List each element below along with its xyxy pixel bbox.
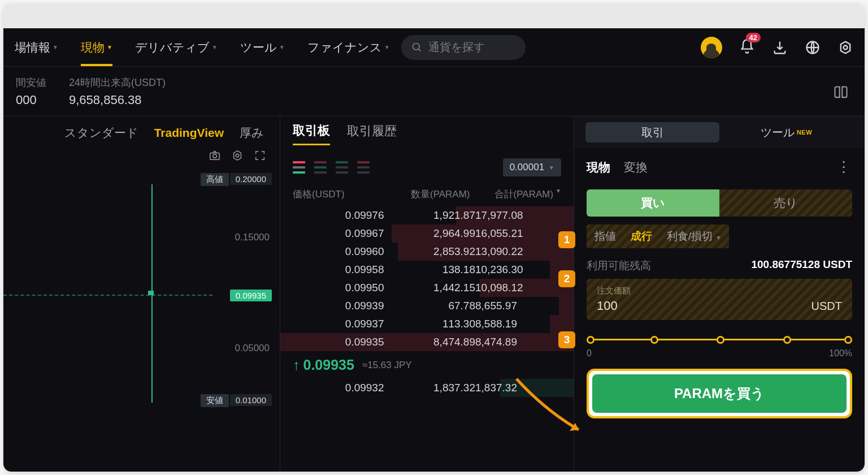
y-tick: 0.05000: [235, 343, 270, 354]
ob-row[interactable]: 0.099761,921.8717,977.08: [280, 206, 574, 224]
stats-row: 間安値 000 24時間出来高(USDT) 9,658,856.38: [3, 67, 865, 116]
sub-tab-convert[interactable]: 変換: [624, 159, 648, 175]
nav-label: 場情報: [15, 40, 50, 55]
avatar[interactable]: [701, 37, 722, 58]
top-nav: 場情報▼ 現物▼ デリバティブ▼ ツール▼ ファイナンス▼ 通貨を探す 42: [3, 28, 865, 67]
mid-price-fiat: ≈15.63 JPY: [362, 360, 412, 371]
ob-mode-bids[interactable]: [336, 161, 348, 174]
ob-row[interactable]: 0.099672,964.9916,055.21: [280, 224, 574, 243]
chart-tab-depth[interactable]: 厚み: [240, 125, 264, 141]
nav-label: デリバティブ: [135, 40, 210, 55]
stat-label: 24時間出来高(USDT): [69, 76, 166, 89]
chart-tab-tradingview[interactable]: TradingView: [154, 126, 224, 140]
stat-label: 間安値: [16, 76, 46, 89]
balance-value: 100.86775128 USDT: [751, 258, 852, 273]
stat-volume: 24時間出来高(USDT) 9,658,856.38: [69, 76, 166, 107]
chevron-down-icon: ▼: [549, 165, 554, 171]
nav-derivatives[interactable]: デリバティブ▼: [135, 28, 218, 66]
sell-tab[interactable]: 売り: [719, 189, 852, 217]
low-value: 0.01000: [230, 394, 272, 406]
buy-button[interactable]: PARAMを買う: [592, 374, 847, 413]
precision-select[interactable]: 0.00001▼: [503, 158, 561, 176]
search-icon: [411, 42, 423, 53]
nav-tools[interactable]: ツール▼: [240, 28, 285, 66]
mid-price: ↑0.09935: [293, 357, 354, 373]
amount-slider[interactable]: [587, 334, 852, 345]
main-columns: スタンダード TradingView 厚み: [3, 116, 865, 472]
precision-value: 0.00001: [510, 162, 544, 173]
ob-mode-both[interactable]: [293, 161, 305, 174]
order-limit[interactable]: 指値: [594, 229, 616, 244]
tab-orderbook[interactable]: 取引板: [293, 122, 330, 145]
orderbook-asks: 0.099761,921.8717,977.080.099672,964.991…: [280, 206, 574, 351]
chart-body[interactable]: 高値 0.20000 0.09935 安値 0.01000 0.20000 0.…: [3, 167, 280, 411]
book-icon[interactable]: [833, 85, 849, 101]
stat-value: 9,658,856.38: [69, 93, 166, 107]
ob-row[interactable]: 0.09958138.1810,236.30: [280, 261, 574, 279]
ob-header-qty: 数量(PARAM): [379, 188, 470, 201]
orderbook-controls: 0.00001▼: [280, 150, 574, 184]
svg-marker-3: [841, 41, 850, 53]
orderbook-header: 価格(USDT) 数量(PARAM) 合計(PARAM)▼: [280, 184, 574, 206]
new-badge: NEW: [797, 129, 812, 136]
chart-tab-standard[interactable]: スタンダード: [64, 125, 138, 141]
annotation-arrow: [511, 376, 590, 444]
nav-icons: 42: [701, 37, 853, 58]
svg-point-8: [236, 154, 239, 157]
svg-point-0: [413, 43, 419, 50]
svg-marker-7: [234, 151, 241, 161]
chevron-down-icon: ▼: [555, 188, 561, 201]
svg-point-6: [213, 154, 216, 158]
order-stop[interactable]: 利食/損切 ▼: [667, 229, 721, 244]
orderbook-tabs: 取引板 取引履歴: [280, 116, 574, 150]
notifications-button[interactable]: 42: [739, 38, 755, 57]
ob-row[interactable]: 0.09937113.308,588.19: [280, 315, 574, 333]
arrow-up-icon: ↑: [293, 357, 300, 373]
browser-titlebar: [3, 3, 865, 28]
ob-header-total: 合計(PARAM): [494, 188, 554, 201]
buy-sell-toggle: 買い 売り: [587, 189, 852, 217]
gear-icon[interactable]: [231, 149, 244, 162]
ob-mode-asks[interactable]: [357, 161, 370, 174]
buy-tab[interactable]: 買い: [587, 189, 719, 217]
chart-tabs: スタンダード TradingView 厚み: [3, 116, 280, 149]
search-input[interactable]: 通貨を探す: [401, 35, 526, 60]
download-icon[interactable]: [772, 40, 788, 55]
trade-panel: 取引 ツールNEW 現物 変換 ⋮ 買い 売り 指値 成行 利食/損切 ▼: [574, 116, 865, 472]
top-tab-trade[interactable]: 取引: [585, 122, 719, 142]
order-types: 指値 成行 利食/損切 ▼: [587, 224, 729, 248]
svg-line-1: [418, 49, 420, 51]
callout-3: 3: [558, 331, 575, 348]
orderbook-modes: [293, 161, 370, 174]
trade-top-tabs: 取引 ツールNEW: [574, 116, 865, 148]
available-balance: 利用可能残高 100.86775128 USDT: [587, 258, 852, 273]
ob-row[interactable]: 0.0993967.788,655.97: [280, 297, 574, 315]
nav-market-info[interactable]: 場情報▼: [15, 28, 58, 66]
camera-icon[interactable]: [209, 149, 221, 162]
top-tab-tools[interactable]: ツールNEW: [719, 122, 853, 142]
search-placeholder: 通貨を探す: [428, 40, 485, 55]
nav-finance[interactable]: ファイナンス▼: [307, 28, 390, 66]
settings-icon[interactable]: [837, 40, 853, 55]
ob-row[interactable]: 0.099358,474.898,474.89: [280, 333, 574, 351]
more-icon[interactable]: ⋮: [836, 158, 852, 176]
tab-trades[interactable]: 取引履歴: [347, 123, 397, 144]
order-market[interactable]: 成行: [631, 229, 652, 244]
orderbook-mid: ↑0.09935 ≈15.63 JPY: [280, 351, 574, 379]
sub-tab-spot[interactable]: 現物: [587, 159, 610, 175]
balance-label: 利用可能残高: [587, 258, 651, 273]
candle: [150, 184, 154, 403]
globe-icon[interactable]: [805, 40, 821, 55]
chevron-down-icon: ▼: [212, 44, 218, 50]
chevron-down-icon: ▼: [279, 44, 285, 50]
nav-label: ファイナンス: [307, 40, 382, 55]
slider-min: 0: [587, 348, 592, 359]
nav-spot[interactable]: 現物▼: [81, 28, 112, 66]
fullscreen-icon[interactable]: [254, 149, 266, 162]
callout-2: 2: [558, 270, 575, 287]
amount-input[interactable]: 注文価額 100 USDT: [587, 279, 852, 320]
ob-mode-both-alt[interactable]: [314, 161, 327, 174]
ob-row[interactable]: 0.099602,853.9213,090.22: [280, 243, 574, 261]
chart-panel: スタンダード TradingView 厚み: [3, 116, 280, 472]
ob-row[interactable]: 0.099501,442.1510,098.12: [280, 279, 574, 297]
